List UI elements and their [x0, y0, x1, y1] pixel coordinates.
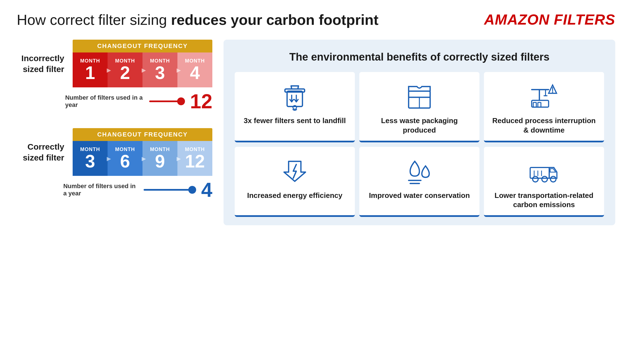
incorrect-chart: CHANGEOUT FREQUENCY MONTH 1 MONTH 2 MONT… — [73, 40, 212, 87]
page-header: How correct filter sizing reduces your c… — [17, 11, 615, 28]
correct-month-3: MONTH 3 — [73, 141, 108, 176]
right-panel-title: The environmental benefits of correctly … — [235, 51, 604, 64]
benefit-text-packaging: Less waste packaging produced — [365, 116, 474, 135]
benefit-text-downtime: Reduced process interruption & downtime — [490, 116, 598, 135]
correct-slider-dot — [188, 186, 196, 194]
benefits-grid: 3x fewer filters sent to landfill — [235, 72, 604, 217]
bin-icon — [278, 80, 312, 111]
truck-icon — [527, 155, 561, 186]
incorrect-count-row: Number of filters used in a year 12 — [17, 91, 212, 111]
svg-point-24 — [533, 176, 538, 182]
left-panel: Incorrectly sized filter CHANGEOUT FREQU… — [17, 40, 212, 225]
incorrect-slider — [149, 100, 183, 102]
svg-rect-12 — [533, 102, 536, 107]
benefit-card-packaging: Less waste packaging produced — [359, 72, 479, 142]
incorrect-slider-dot — [177, 97, 185, 105]
benefit-card-water: Improved water conservation — [359, 147, 479, 217]
lightning-icon — [278, 155, 312, 186]
incorrect-month-4: MONTH 4 — [177, 52, 212, 87]
correct-changeout-header: CHANGEOUT FREQUENCY — [73, 128, 212, 141]
correct-chart: CHANGEOUT FREQUENCY MONTH 3 MONTH 6 MONT… — [73, 128, 212, 176]
incorrect-label: Incorrectly sized filter — [17, 53, 64, 75]
incorrect-changeout-header: CHANGEOUT FREQUENCY — [73, 40, 212, 52]
correct-slider — [144, 189, 194, 191]
benefit-card-transport: Lower transportation-related carbon emis… — [484, 147, 604, 217]
incorrect-month-1: MONTH 1 — [73, 52, 108, 87]
correct-count-number: 4 — [201, 180, 212, 200]
incorrect-count-label: Number of filters used in a year — [65, 94, 145, 109]
benefit-text-transport: Lower transportation-related carbon emis… — [490, 191, 598, 210]
svg-rect-0 — [287, 91, 303, 106]
benefit-text-water: Improved water conservation — [369, 191, 470, 200]
brand-logo: Amazon Filters — [484, 11, 615, 28]
benefit-text-energy: Increased energy efficiency — [247, 191, 342, 200]
incorrect-filter: Incorrectly sized filter CHANGEOUT FREQU… — [17, 40, 212, 87]
correct-months-row: MONTH 3 MONTH 6 MONTH 9 MONTH — [73, 141, 212, 176]
title-normal: How correct filter sizing — [17, 12, 171, 28]
correct-filter: Correctly sized filter CHANGEOUT FREQUEN… — [17, 128, 212, 176]
machine-icon — [527, 80, 561, 111]
right-panel: The environmental benefits of correctly … — [224, 40, 615, 225]
drops-icon — [403, 155, 436, 186]
svg-point-25 — [542, 176, 547, 182]
svg-rect-1 — [285, 89, 305, 92]
benefit-card-downtime: Reduced process interruption & downtime — [484, 72, 604, 142]
page-title: How correct filter sizing reduces your c… — [17, 11, 378, 28]
benefit-card-landfill: 3x fewer filters sent to landfill — [235, 72, 355, 142]
correct-count-label: Number of filters used in a year — [63, 183, 139, 197]
correct-count-row: Number of filters used in a year 4 — [17, 180, 212, 200]
main-content: Incorrectly sized filter CHANGEOUT FREQU… — [17, 40, 615, 225]
correct-label: Correctly sized filter — [17, 141, 64, 163]
correct-month-12: MONTH 12 — [177, 141, 212, 176]
svg-point-26 — [550, 176, 556, 182]
benefit-card-energy: Increased energy efficiency — [235, 147, 355, 217]
correct-month-9: MONTH 9 — [142, 141, 177, 176]
correct-section: Correctly sized filter CHANGEOUT FREQUEN… — [17, 128, 212, 200]
incorrect-section: Incorrectly sized filter CHANGEOUT FREQU… — [17, 40, 212, 111]
incorrect-month-3: MONTH 3 — [142, 52, 177, 87]
title-bold: reduces your carbon footprint — [171, 12, 379, 28]
box-icon — [403, 80, 436, 111]
benefit-text-landfill: 3x fewer filters sent to landfill — [244, 116, 346, 126]
svg-rect-13 — [538, 102, 541, 107]
correct-month-6: MONTH 6 — [108, 141, 142, 176]
incorrect-month-2: MONTH 2 — [108, 52, 142, 87]
incorrect-count-number: 12 — [190, 91, 212, 111]
incorrect-months-row: MONTH 1 MONTH 2 MONTH 3 MONTH — [73, 52, 212, 87]
svg-point-20 — [552, 92, 553, 93]
svg-rect-11 — [532, 100, 549, 107]
